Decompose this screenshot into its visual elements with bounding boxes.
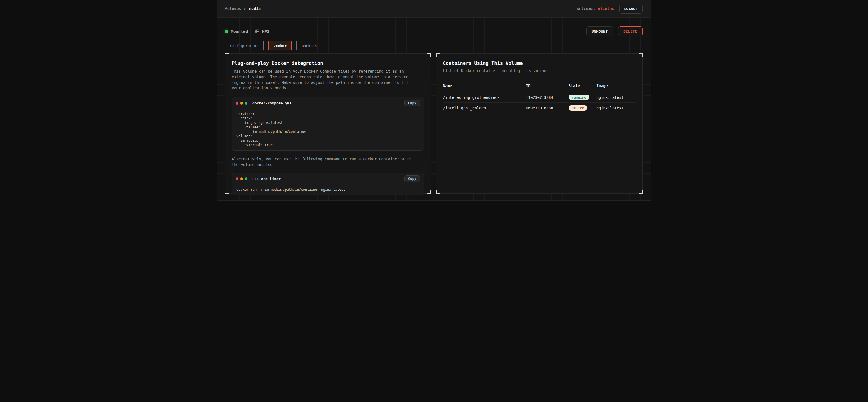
containers-table: Name ID State Image /interesting_grothen…: [443, 81, 636, 113]
docker-panel-title: Plug-and-play Docker integration: [232, 60, 424, 66]
column-header-name: Name: [443, 83, 526, 88]
compose-code-content[interactable]: services: nginx: image: nginx:latest vol…: [232, 109, 424, 150]
cli-code-block: CLI one-liner Copy docker run -v im-medi…: [232, 173, 424, 195]
unmount-button[interactable]: UNMOUNT: [586, 27, 613, 36]
panel-corner-icon: [639, 190, 643, 194]
docker-panel-description: This volume can be used in your Docker C…: [232, 68, 424, 91]
tab-configuration[interactable]: Configuration: [225, 41, 264, 51]
status-badge: running: [568, 95, 589, 100]
column-header-id: ID: [526, 83, 568, 88]
main-content: Mounted NFS UNMOUNT DELETE Configuration…: [217, 27, 651, 194]
breadcrumb-separator-icon: >: [244, 7, 246, 11]
traffic-lights-icon: [236, 177, 247, 180]
breadcrumb: Volumes > media: [225, 6, 261, 11]
table-row: /interesting_grothendieck f1e73e7f3884 r…: [443, 92, 636, 103]
cli-copy-button[interactable]: Copy: [404, 175, 420, 182]
cli-code-content[interactable]: docker run -v im-media:/path/in/containe…: [232, 185, 424, 195]
compose-code-header: docker-compose.yml Copy: [232, 97, 424, 109]
breadcrumb-current-volume: media: [249, 6, 261, 11]
docker-integration-panel: Plug-and-play Docker integration This vo…: [225, 54, 431, 194]
tab-docker[interactable]: Docker: [268, 41, 292, 51]
container-image: nginx:latest: [596, 106, 636, 110]
container-id: 069e73016a88: [526, 106, 568, 110]
panel-corner-icon: [639, 53, 643, 57]
delete-button[interactable]: DELETE: [618, 27, 643, 36]
container-state: running: [568, 95, 596, 100]
compose-code-block: docker-compose.yml Copy services: nginx:…: [232, 97, 424, 150]
containers-panel-subtitle: List of Docker containers mounting this …: [443, 68, 636, 73]
breadcrumb-volumes-link[interactable]: Volumes: [225, 6, 241, 11]
panel-corner-icon: [436, 190, 440, 194]
logout-button[interactable]: LOGOUT: [619, 4, 643, 14]
panel-corner-icon: [436, 53, 440, 57]
status-badge: exited: [568, 105, 587, 110]
tab-backups[interactable]: Backups: [297, 41, 322, 51]
driver-status: NFS: [255, 29, 269, 34]
welcome-text: Welcome, nicolas: [577, 6, 614, 11]
mounted-label: Mounted: [231, 29, 248, 34]
compose-copy-button[interactable]: Copy: [404, 100, 420, 106]
server-stack-icon: [255, 29, 259, 33]
mounted-status: Mounted: [225, 29, 248, 34]
panel-row: Plug-and-play Docker integration This vo…: [225, 54, 643, 194]
containers-table-body: /interesting_grothendieck f1e73e7f3884 r…: [443, 92, 636, 113]
volume-detail-page: Volumes > media Welcome, nicolas LOGOUT …: [217, 0, 651, 201]
welcome-prefix: Welcome,: [577, 6, 595, 11]
status-action-row: Mounted NFS UNMOUNT DELETE: [225, 27, 643, 36]
username: nicolas: [598, 6, 614, 11]
container-state: exited: [568, 105, 596, 110]
panel-corner-icon: [224, 190, 229, 194]
containers-panel: Containers Using This Volume List of Doc…: [436, 54, 643, 194]
panel-corner-icon: [224, 53, 229, 57]
container-name: /interesting_grothendieck: [443, 95, 526, 100]
cli-code-header: CLI one-liner Copy: [232, 173, 424, 185]
column-header-image: Image: [596, 83, 636, 88]
bottom-strip: [217, 200, 651, 201]
top-bar: Volumes > media Welcome, nicolas LOGOUT: [217, 0, 651, 18]
tab-bar: Configuration Docker Backups: [225, 41, 643, 51]
table-row: /intelligent_colden 069e73016a88 exited …: [443, 103, 636, 113]
container-image: nginx:latest: [596, 95, 636, 100]
cli-intro-text: Alternatively, you can use the following…: [232, 156, 424, 167]
containers-table-header: Name ID State Image: [443, 81, 636, 92]
compose-filename: docker-compose.yml: [252, 101, 292, 105]
cli-filename: CLI one-liner: [252, 177, 281, 181]
container-name: /intelligent_colden: [443, 106, 526, 110]
panel-corner-icon: [427, 53, 431, 57]
column-header-state: State: [568, 83, 596, 88]
traffic-lights-icon: [236, 102, 247, 105]
mounted-dot-icon: [225, 30, 228, 33]
driver-label: NFS: [262, 29, 269, 34]
panel-corner-icon: [427, 190, 431, 194]
containers-panel-title: Containers Using This Volume: [443, 60, 636, 66]
container-id: f1e73e7f3884: [526, 95, 568, 100]
top-bar-right: Welcome, nicolas LOGOUT: [577, 4, 643, 14]
